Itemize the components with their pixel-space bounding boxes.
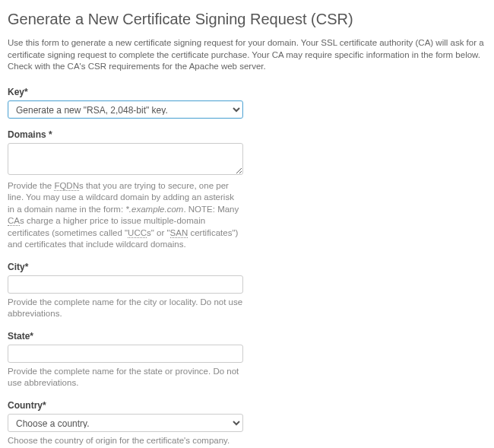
san-abbr: SAN [170,228,188,238]
city-help: Provide the complete name for the city o… [8,297,243,320]
city-input[interactable] [8,275,243,294]
key-select[interactable]: Generate a new "RSA, 2,048-bit" key. [8,100,243,119]
ca-abbr: CA [8,216,20,226]
domains-label: Domains * [8,129,243,140]
key-label: Key* [8,87,243,97]
country-select[interactable]: Choose a country. [8,414,243,432]
state-help: Provide the complete name for the state … [8,366,243,389]
country-label: Country* [8,400,243,411]
state-label: State* [8,331,243,342]
city-label: City* [8,262,243,272]
intro-text: Use this form to generate a new certific… [8,37,486,73]
domains-textarea[interactable] [8,143,243,175]
domains-help: Provide the FQDNs that you are trying to… [8,180,243,251]
state-input[interactable] [8,345,243,363]
fqdn-abbr: FQDN [54,181,79,191]
country-help: Choose the country of origin for the cer… [8,435,243,447]
ucc-abbr: UCC [128,228,147,238]
page-title: Generate a New Certificate Signing Reque… [8,11,486,28]
